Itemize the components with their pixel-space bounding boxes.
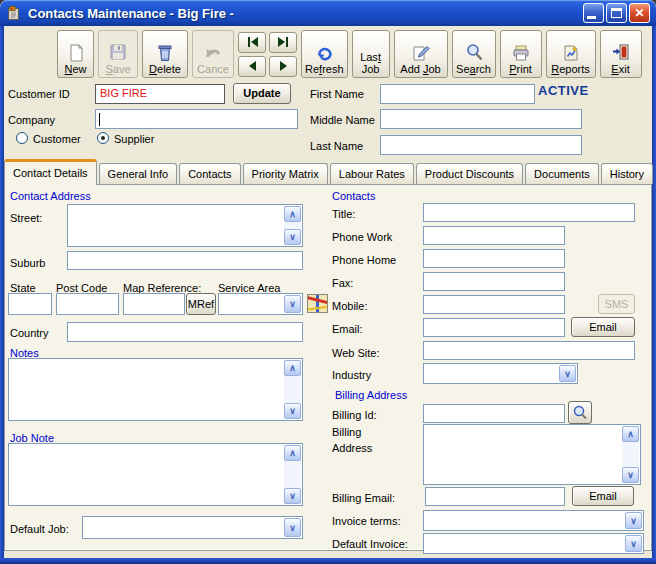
search-button-label: Search bbox=[456, 63, 491, 75]
exit-button[interactable]: Exit bbox=[600, 30, 642, 78]
fax-label: Fax: bbox=[332, 277, 353, 289]
add-job-button[interactable]: Add Job bbox=[394, 30, 448, 78]
web-site-input[interactable] bbox=[423, 341, 635, 360]
search-icon bbox=[464, 41, 484, 63]
invoice-terms-combo[interactable]: ∨ bbox=[423, 510, 644, 531]
web-site-label: Web Site: bbox=[332, 347, 380, 359]
combo-arrow-icon[interactable]: ∨ bbox=[625, 535, 642, 552]
tab-general-info[interactable]: General Info bbox=[99, 163, 178, 184]
minimize-icon bbox=[587, 16, 596, 19]
close-button[interactable]: ✕ bbox=[629, 3, 650, 23]
email-send-button[interactable]: Email bbox=[571, 317, 635, 337]
first-name-input[interactable] bbox=[380, 84, 535, 104]
title-bar[interactable]: Contacts Maintenance - Big Fire - ✕ bbox=[0, 0, 656, 26]
fax-input[interactable] bbox=[423, 272, 565, 291]
tab-documents[interactable]: Documents bbox=[525, 163, 599, 184]
last-job-button[interactable]: Last Job bbox=[352, 30, 390, 78]
scroll-down-icon[interactable]: ∨ bbox=[284, 403, 301, 419]
refresh-button[interactable]: Refresh bbox=[301, 30, 348, 78]
service-area-combo[interactable]: ∨ bbox=[218, 293, 303, 315]
reports-button[interactable]: Reports bbox=[546, 30, 596, 78]
combo-arrow-icon[interactable]: ∨ bbox=[625, 512, 642, 529]
title-input[interactable] bbox=[423, 203, 635, 222]
update-button[interactable]: Update bbox=[233, 83, 291, 104]
default-invoice-combo[interactable]: ∨ bbox=[423, 533, 644, 554]
tab-labour-rates[interactable]: Labour Rates bbox=[330, 163, 414, 184]
notes-scrollbar[interactable]: ∧ ∨ bbox=[284, 360, 301, 419]
save-floppy-icon bbox=[109, 41, 127, 63]
first-record-icon bbox=[248, 37, 250, 47]
exit-door-icon bbox=[611, 41, 631, 63]
suburb-input[interactable] bbox=[67, 251, 303, 270]
billing-email-input[interactable] bbox=[425, 487, 565, 506]
record-navigation bbox=[238, 32, 297, 77]
combo-arrow-icon[interactable]: ∨ bbox=[284, 518, 301, 537]
tab-contact-details[interactable]: Contact Details bbox=[4, 159, 97, 185]
tab-priority-matrix[interactable]: Priority Matrix bbox=[243, 163, 328, 184]
phone-home-input[interactable] bbox=[423, 249, 565, 268]
map-icon[interactable] bbox=[307, 294, 328, 313]
street-scrollbar[interactable]: ∧ ∨ bbox=[284, 206, 301, 245]
billing-email-send-button[interactable]: Email bbox=[572, 486, 634, 506]
street-label: Street: bbox=[10, 212, 42, 224]
phone-work-input[interactable] bbox=[423, 226, 565, 245]
scroll-up-icon[interactable]: ∧ bbox=[622, 426, 639, 442]
country-input[interactable] bbox=[67, 322, 303, 342]
refresh-icon bbox=[314, 41, 334, 63]
undo-arrow-icon bbox=[203, 41, 223, 63]
industry-combo[interactable]: ∨ bbox=[423, 363, 578, 384]
customer-radio-label: Customer bbox=[33, 133, 81, 145]
job-note-scrollbar[interactable]: ∧ ∨ bbox=[284, 445, 301, 504]
map-road-blue bbox=[316, 294, 319, 313]
tab-history[interactable]: History bbox=[601, 163, 653, 184]
billing-id-lookup-button[interactable] bbox=[568, 401, 592, 424]
billing-address-scrollbar[interactable]: ∧ ∨ bbox=[622, 426, 639, 483]
post-code-input[interactable] bbox=[56, 293, 119, 315]
street-textarea[interactable]: ∧ ∨ bbox=[67, 204, 303, 247]
notes-textarea[interactable]: ∧ ∨ bbox=[8, 358, 303, 421]
combo-arrow-icon[interactable]: ∨ bbox=[284, 295, 301, 313]
label-post: rch bbox=[476, 63, 491, 75]
new-button-label: New bbox=[64, 63, 86, 75]
last-name-input[interactable] bbox=[380, 135, 582, 155]
map-reference-input[interactable] bbox=[123, 293, 185, 315]
mref-button[interactable]: MRef bbox=[186, 293, 216, 315]
maximize-button[interactable] bbox=[606, 3, 627, 23]
minimize-button[interactable] bbox=[583, 3, 604, 23]
email-input[interactable] bbox=[423, 318, 565, 337]
mobile-input[interactable] bbox=[423, 295, 565, 314]
scroll-down-icon[interactable]: ∨ bbox=[284, 229, 301, 245]
job-note-textarea[interactable]: ∧ ∨ bbox=[8, 443, 303, 506]
default-job-combo[interactable]: ∨ bbox=[82, 516, 303, 539]
new-button[interactable]: New bbox=[57, 30, 94, 78]
combo-arrow-icon[interactable]: ∨ bbox=[559, 365, 576, 382]
billing-id-input[interactable] bbox=[423, 404, 565, 423]
tab-product-discounts[interactable]: Product Discounts bbox=[416, 163, 523, 184]
scroll-down-icon[interactable]: ∨ bbox=[622, 467, 639, 483]
billing-address-textarea[interactable]: ∧ ∨ bbox=[423, 424, 641, 485]
scroll-up-icon[interactable]: ∧ bbox=[284, 445, 301, 461]
last-record-button[interactable] bbox=[269, 32, 297, 53]
print-button[interactable]: Print bbox=[500, 30, 542, 78]
delete-button[interactable]: Delete bbox=[142, 30, 188, 78]
customer-id-input[interactable]: BIG FIRE bbox=[95, 84, 225, 104]
scroll-down-icon[interactable]: ∨ bbox=[284, 488, 301, 504]
tab-contacts[interactable]: Contacts bbox=[179, 163, 240, 184]
last-record-icon-arrow bbox=[278, 37, 285, 47]
maximize-icon bbox=[611, 8, 622, 18]
first-record-button[interactable] bbox=[238, 32, 266, 53]
previous-record-button[interactable] bbox=[238, 56, 266, 77]
customer-radio[interactable] bbox=[16, 132, 28, 144]
state-input[interactable] bbox=[8, 293, 52, 315]
search-button[interactable]: Search bbox=[452, 30, 496, 78]
supplier-radio[interactable] bbox=[97, 132, 109, 144]
company-input[interactable] bbox=[95, 109, 298, 129]
next-record-button[interactable] bbox=[269, 56, 297, 77]
scroll-up-icon[interactable]: ∧ bbox=[284, 360, 301, 376]
tab-strip: Contact Details General Info Contacts Pr… bbox=[4, 158, 652, 184]
country-label: Country bbox=[10, 327, 49, 339]
label-post: ew bbox=[72, 63, 86, 75]
middle-name-input[interactable] bbox=[380, 109, 582, 129]
scroll-up-icon[interactable]: ∧ bbox=[284, 206, 301, 222]
mobile-label: Mobile: bbox=[332, 300, 367, 312]
